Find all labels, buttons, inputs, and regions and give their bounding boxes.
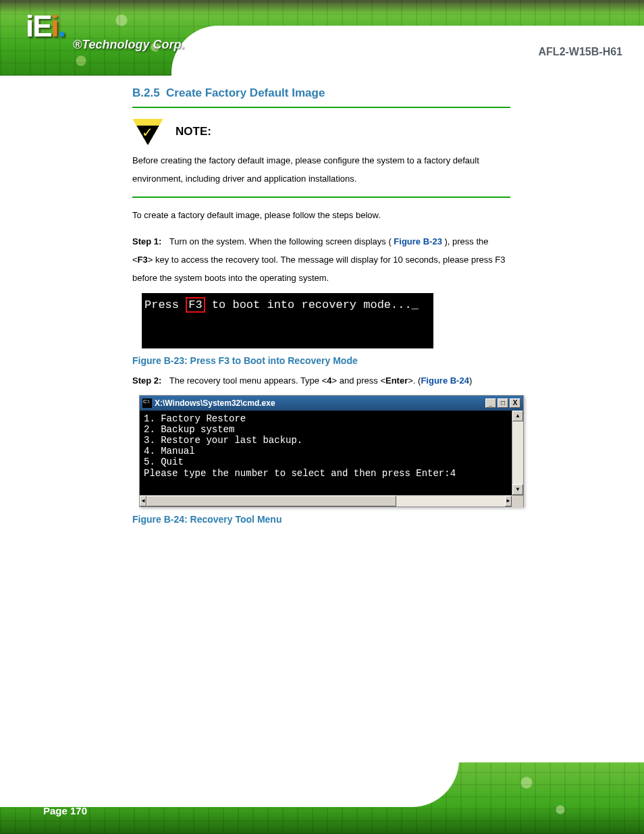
scroll-right-button[interactable]: ► [505, 496, 512, 506]
footer-banner [0, 762, 644, 834]
term1-suffix: to boot into recovery mode... [212, 298, 412, 311]
cmd-body: 1. Factory Restore 2. Backup system 3. R… [140, 411, 512, 495]
cmd-window: X:\Windows\System32\cmd.exe _ □ X 1. Fac… [139, 395, 524, 507]
scroll-h-track[interactable] [146, 496, 505, 506]
minimize-button[interactable]: _ [485, 398, 496, 408]
cursor-icon: _ [412, 298, 419, 311]
note-box: ✓ NOTE: Before creating the factory defa… [132, 113, 510, 191]
cmd-titlebar: X:\Windows\System32\cmd.exe _ □ X [140, 396, 523, 411]
cmd-vertical-scrollbar[interactable]: ▲ ▼ [512, 411, 523, 495]
cmd-window-controls: _ □ X [485, 398, 520, 408]
section-heading: B.2.5 Create Factory Default Image [132, 86, 510, 100]
cmd-line-5: 5. Quit [144, 457, 184, 467]
maximize-button[interactable]: □ [498, 398, 508, 408]
scroll-down-button[interactable]: ▼ [512, 484, 523, 495]
step-2-text-b: > and press < [332, 375, 386, 386]
scroll-up-button[interactable]: ▲ [512, 411, 523, 421]
terminal-recovery-prompt: Press F3 to boot into recovery mode..._ [142, 293, 433, 348]
note-header: ✓ NOTE: [132, 119, 510, 145]
step-1: Step 1: Turn on the system. When the fol… [132, 232, 510, 288]
cmd-body-wrap: 1. Factory Restore 2. Backup system 3. R… [140, 411, 523, 495]
rule-bottom [132, 197, 510, 198]
step-1-key: F3 [138, 255, 148, 265]
scroll-corner [512, 496, 523, 507]
close-button[interactable]: X [510, 398, 520, 408]
checkmark-icon: ✓ [142, 124, 153, 140]
section-title: Create Factory Default Image [166, 86, 325, 99]
cmd-line-4: 4. Manual [144, 446, 195, 457]
step-2-text-c: >. ( [408, 375, 421, 386]
step-2-label: Step 2: [132, 375, 161, 386]
logo-text: iEi. [26, 9, 65, 43]
cmd-icon [142, 398, 152, 408]
cmd-title: X:\Windows\System32\cmd.exe [155, 398, 485, 408]
page-content: B.2.5 Create Factory Default Image ✓ NOT… [132, 86, 510, 529]
step-1-text-c: > key to access the recovery tool. The m… [132, 255, 506, 283]
figure-23-caption: Figure B-23: Press F3 to Boot into Recov… [132, 355, 510, 366]
brand-logo: iEi. [26, 9, 65, 43]
figure-24-caption: Figure B-24: Recovery Tool Menu [132, 514, 510, 525]
brand-tagline: ®Technology Corp. [73, 38, 185, 52]
step-2-key4: 4 [327, 375, 331, 386]
scroll-h-thumb[interactable] [146, 496, 396, 506]
page-number: Page 170 [43, 805, 87, 816]
note-text: Before creating the factory default imag… [132, 151, 510, 188]
intro-text: To create a factory default image, pleas… [132, 206, 510, 224]
rule-top [132, 107, 510, 108]
scroll-v-track[interactable] [512, 421, 523, 484]
step-1-label: Step 1: [132, 236, 161, 246]
step-2-figure-ref: Figure B-24 [421, 375, 469, 386]
cmd-line-3: 3. Restore your last backup. [144, 435, 302, 446]
product-title: AFL2-W15B-H61 [539, 46, 622, 58]
step-2-text-d: ) [469, 375, 472, 386]
logo-dot-orange-icon: i [51, 9, 58, 43]
step-1-figure-ref: Figure B-23 [394, 236, 442, 246]
step-2: Step 2: The recovery tool menu appears. … [132, 371, 510, 390]
cmd-line-1: 1. Factory Restore [144, 413, 246, 424]
logo-letter-i: i [26, 9, 32, 43]
footer-cutout [0, 762, 459, 807]
term1-prefix: Press [144, 298, 179, 311]
term1-f3-highlight: F3 [186, 297, 205, 313]
note-warning-icon: ✓ [132, 119, 163, 145]
logo-dot-blue-icon: . [58, 9, 65, 43]
step-2-enter: Enter [385, 375, 408, 386]
scroll-left-button[interactable]: ◄ [140, 496, 146, 506]
cmd-line-2: 2. Backup system [144, 424, 234, 435]
cmd-prompt: Please type the number to select and the… [144, 468, 456, 479]
logo-letter-e: E [32, 9, 51, 43]
cmd-horizontal-scrollbar[interactable]: ◄ ► [140, 495, 523, 506]
section-number: B.2.5 [132, 86, 160, 99]
step-2-text-a: The recovery tool menu appears. Type < [169, 375, 327, 386]
note-label: NOTE: [176, 125, 211, 138]
step-1-text-a: Turn on the system. When the following s… [169, 236, 392, 246]
